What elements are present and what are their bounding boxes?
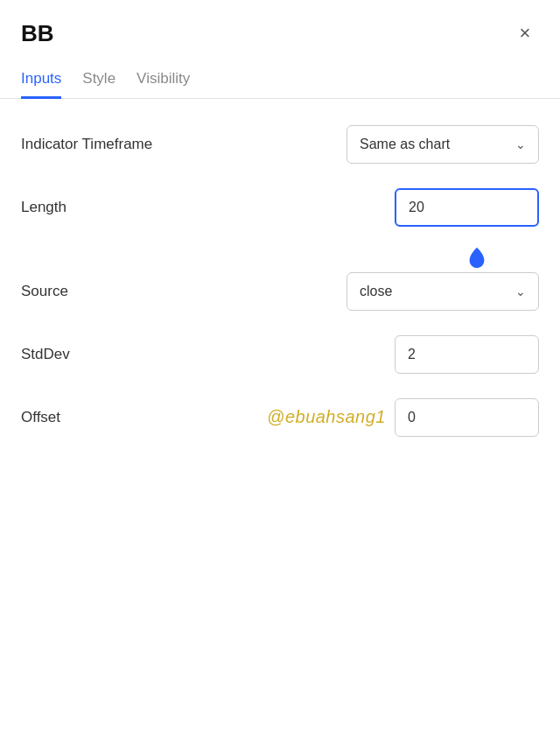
indicator-timeframe-value: Same as chart [360, 137, 450, 152]
offset-label: Offset [21, 409, 60, 426]
length-row: Length [21, 188, 539, 227]
source-row: Source close ⌄ [21, 272, 539, 311]
page-title: BB [21, 20, 54, 47]
close-button[interactable]: × [511, 19, 539, 47]
length-label: Length [21, 199, 66, 216]
source-dropdown[interactable]: close ⌄ [346, 272, 539, 311]
indicator-timeframe-dropdown[interactable]: Same as chart ⌄ [346, 125, 539, 164]
header: BB × [0, 0, 560, 61]
tabs-bar: Inputs Style Visibility [0, 61, 560, 99]
offset-row: Offset @ebuahsang1 [21, 398, 539, 437]
stddev-input[interactable] [395, 335, 539, 374]
tab-style[interactable]: Style [82, 61, 116, 99]
source-value: close [360, 284, 392, 299]
chevron-down-icon: ⌄ [515, 137, 526, 151]
chevron-down-icon: ⌄ [515, 284, 526, 298]
indicator-timeframe-row: Indicator Timeframe Same as chart ⌄ [21, 125, 539, 164]
form-content: Indicator Timeframe Same as chart ⌄ Leng… [0, 99, 560, 482]
source-label: Source [21, 283, 68, 300]
tab-visibility[interactable]: Visibility [136, 61, 190, 99]
length-input[interactable] [395, 188, 539, 227]
teardrop-icon [467, 246, 486, 270]
length-input-wrapper [395, 188, 539, 227]
indicator-timeframe-label: Indicator Timeframe [21, 136, 152, 153]
teardrop-spacer [21, 251, 539, 260]
watermark-text: @ebuahsang1 [267, 407, 386, 427]
offset-row-right: @ebuahsang1 [267, 398, 539, 437]
stddev-label: StdDev [21, 346, 70, 363]
offset-input[interactable] [395, 398, 539, 437]
tab-inputs[interactable]: Inputs [21, 61, 61, 99]
stddev-row: StdDev [21, 335, 539, 374]
panel: BB × Inputs Style Visibility Indicator T… [0, 0, 560, 737]
